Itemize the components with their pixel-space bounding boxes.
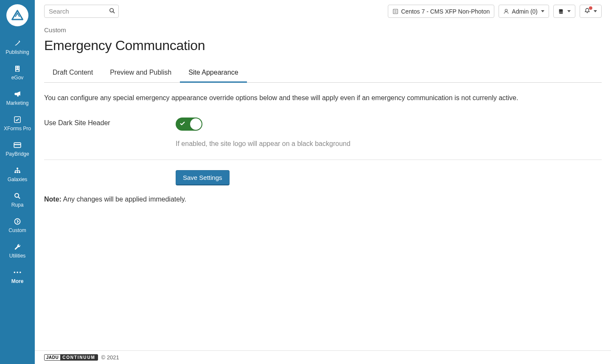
sidebar-item-galaxies[interactable]: Galaxies [0,161,35,187]
note-row: Note: Any changes will be applied immedi… [44,196,602,203]
environment-selector[interactable]: Centos 7 - CMS XFP Non-Photon [388,5,494,18]
search-icon [14,193,21,199]
user-icon [503,8,509,14]
topbar: Centos 7 - CMS XFP Non-Photon Admin (0) [35,0,611,18]
building-icon [14,65,21,72]
sidebar-item-more[interactable]: More [0,263,35,288]
svg-rect-2 [14,144,21,145]
svg-point-6 [19,171,20,173]
book-icon [558,8,564,14]
sidebar-item-label: Rupa [11,202,24,208]
tab-draft-content[interactable]: Draft Content [44,64,101,83]
note-text: Any changes will be applied immediately. [62,196,186,203]
sidebar-item-label: XForms Pro [4,126,31,132]
page-title: Emergency Communcation [44,38,602,53]
footer: JADU CONTINUUM © 2021 [35,350,611,364]
sidebar-item-label: Utilities [9,253,26,259]
tab-description: You can configure any special emergency … [44,93,602,103]
pencil-icon [14,40,21,47]
form-row-dark-header: Use Dark Site Header If enabled, the sit… [44,118,602,148]
main-column: Centos 7 - CMS XFP Non-Photon Admin (0) … [35,0,611,364]
content: Custom Emergency Communcation Draft Cont… [35,18,611,350]
sidebar-item-label: Marketing [6,100,29,106]
brand-part-1: JADU [45,355,60,360]
wrench-icon [14,244,21,250]
notifications-menu[interactable] [580,5,602,18]
sidebar-item-paybridge[interactable]: PayBridge [0,136,35,161]
sidebar-item-marketing[interactable]: Marketing [0,85,35,110]
docs-menu[interactable] [553,5,575,18]
chevron-down-icon [541,10,544,12]
note-label: Note: [44,196,62,203]
sidebar-item-label: eGov [11,75,24,81]
sidebar-item-egov[interactable]: eGov [0,59,35,85]
environment-label: Centos 7 - CMS XFP Non-Photon [401,8,490,15]
sidebar-item-label: Galaxies [8,176,28,182]
sidebar-item-label: Custom [8,227,26,233]
notification-dot [589,6,592,10]
sidebar-item-publishing[interactable]: Publishing [0,34,35,59]
sidebar: Publishing eGov Marketing XForms Pro Pay… [0,0,35,364]
breadcrumb: Custom [44,26,602,34]
search-wrap [44,5,119,18]
svg-point-3 [17,168,18,169]
brand-part-2: CONTINUUM [60,355,97,360]
chevron-down-icon [567,10,571,12]
sidebar-item-utilities[interactable]: Utilities [0,238,35,263]
search-button[interactable] [108,7,116,16]
copyright: © 2021 [101,354,119,361]
credit-card-icon [14,141,21,149]
sidebar-item-custom[interactable]: Custom [0,212,35,238]
toggle-knob [190,118,202,130]
circle-arrow-icon [14,218,21,225]
check-icon [179,120,185,128]
svg-point-19 [505,9,507,11]
svg-point-10 [14,272,15,273]
svg-line-14 [113,11,115,13]
svg-point-9 [15,219,20,224]
svg-point-5 [17,171,18,173]
triangle-logo-icon [11,9,24,22]
server-icon [392,8,398,14]
user-label: Admin (0) [512,8,538,15]
check-square-icon [14,116,21,123]
ellipsis-icon [14,271,21,274]
search-input[interactable] [44,5,119,18]
save-button[interactable]: Save Settings [176,170,230,185]
tab-preview-publish[interactable]: Preview and Publish [101,64,180,83]
sidebar-item-label: More [11,278,24,284]
svg-point-4 [14,171,16,173]
chevron-down-icon [594,10,597,12]
sidebar-item-xforms[interactable]: XForms Pro [0,110,35,136]
bullhorn-icon [14,90,21,98]
divider [44,160,602,160]
svg-line-8 [18,197,20,199]
brand-badge: JADU CONTINUUM [44,354,98,361]
sitemap-icon [14,167,21,174]
toggle-help-text: If enabled, the site logo will appear on… [176,140,602,148]
svg-point-13 [110,8,113,11]
search-icon [109,8,115,14]
app-logo[interactable] [6,4,28,26]
dark-header-toggle[interactable] [176,118,202,131]
user-menu[interactable]: Admin (0) [499,5,549,18]
tabs: Draft Content Preview and Publish Site A… [44,64,602,83]
svg-point-7 [15,193,19,197]
sidebar-item-rupa[interactable]: Rupa [0,187,35,212]
svg-point-12 [20,272,21,273]
sidebar-item-label: PayBridge [6,151,29,157]
svg-point-11 [17,272,18,273]
toggle-label: Use Dark Site Header [44,118,176,127]
tab-site-appearance[interactable]: Site Appearance [180,64,247,83]
sidebar-item-label: Publishing [6,49,29,55]
